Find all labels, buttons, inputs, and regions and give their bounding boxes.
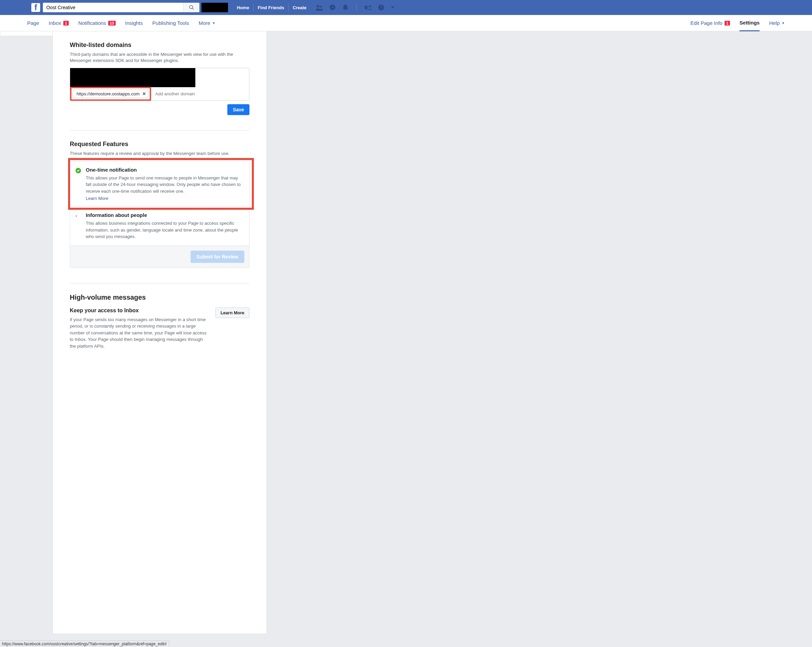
- notifications-icon[interactable]: [342, 4, 349, 11]
- remove-chip-icon[interactable]: ✕: [142, 91, 146, 96]
- inbox-badge: 1: [63, 21, 69, 26]
- status-bar-url: https://www.facebook.com/oostcreative/se…: [0, 641, 169, 647]
- domain-editor[interactable]: https://demostore.oostapps.com ✕: [70, 68, 249, 101]
- caret-down-icon: ▼: [212, 21, 215, 25]
- add-domain-input[interactable]: [153, 89, 247, 98]
- page-tabs-bar: Page Inbox 1 Notifications 13 Insights P…: [0, 15, 812, 31]
- feature-title: Information about people: [86, 212, 243, 218]
- search-field-wrap: [43, 3, 200, 12]
- svg-point-3: [319, 6, 322, 8]
- svg-line-1: [192, 8, 194, 9]
- find-friends-link[interactable]: Find Friends: [253, 3, 288, 12]
- high-volume-section: High-volume messages Keep your access to…: [53, 283, 267, 360]
- divider: [356, 4, 357, 11]
- search-icon: [189, 5, 194, 10]
- tabs-right: Edit Page Info 1 Settings Help ▼: [690, 15, 785, 31]
- home-link[interactable]: Home: [233, 3, 253, 12]
- highvol-row: Keep your access to Inbox If your Page s…: [70, 307, 249, 350]
- svg-point-2: [316, 5, 319, 8]
- redacted-block: [70, 68, 195, 87]
- learn-more-link[interactable]: Learn More: [86, 196, 108, 201]
- feature-title: One-time notification: [86, 167, 243, 173]
- tab-edit-label: Edit Page Info: [690, 20, 722, 26]
- tab-more-label: More: [199, 20, 210, 26]
- notifications-badge: 13: [108, 21, 116, 26]
- svg-point-5: [369, 5, 371, 7]
- highvol-subtitle: Keep your access to Inbox: [70, 307, 209, 314]
- highvol-title: High-volume messages: [70, 294, 249, 301]
- features-desc: These features require a review and appr…: [70, 150, 249, 157]
- tab-publishing-tools[interactable]: Publishing Tools: [153, 20, 189, 26]
- settings-main-panel: White-listed domains Third-party domains…: [52, 31, 267, 633]
- tab-insights[interactable]: Insights: [125, 20, 143, 26]
- edit-badge: 1: [725, 21, 730, 26]
- tab-help[interactable]: Help ▼: [769, 20, 785, 26]
- left-gutter: [0, 31, 48, 633]
- top-navbar: f Home Find Friends Create ?: [0, 0, 812, 15]
- quick-help-icon[interactable]: [364, 5, 372, 11]
- svg-point-0: [189, 5, 192, 9]
- top-icons: ?: [316, 4, 395, 11]
- chevron-right-icon: ›: [76, 213, 77, 218]
- whitelist-title: White-listed domains: [70, 41, 249, 49]
- domain-chip[interactable]: https://demostore.oostapps.com ✕: [72, 90, 149, 98]
- search-button[interactable]: [183, 3, 200, 12]
- spacer: [48, 31, 52, 633]
- tab-settings[interactable]: Settings: [740, 15, 760, 31]
- messenger-icon[interactable]: [329, 4, 336, 11]
- search-input[interactable]: [43, 3, 183, 12]
- top-links: Home Find Friends Create: [233, 3, 311, 12]
- save-row: Save: [70, 104, 249, 115]
- requested-features-section: Requested Features These features requir…: [53, 130, 267, 278]
- submit-row: Submit for Review: [70, 246, 249, 268]
- help-icon[interactable]: ?: [378, 4, 385, 11]
- create-link[interactable]: Create: [288, 3, 310, 12]
- account-dropdown-icon[interactable]: [391, 5, 395, 9]
- feature-list: One-time notification This allows your P…: [70, 161, 249, 268]
- highvol-desc: If your Page sends too many messages on …: [70, 317, 209, 350]
- redacted-block: [201, 3, 228, 12]
- whitelisted-domains-section: White-listed domains Third-party domains…: [53, 41, 267, 125]
- svg-rect-4: [365, 6, 366, 9]
- tab-notifications[interactable]: Notifications 13: [78, 20, 116, 26]
- facebook-logo[interactable]: f: [31, 3, 40, 12]
- whitelist-desc: Third-party domains that are accessible …: [70, 51, 249, 64]
- tabs-left: Page Inbox 1 Notifications 13 Insights P…: [27, 20, 215, 26]
- features-title: Requested Features: [70, 141, 249, 148]
- tab-notifications-label: Notifications: [78, 20, 106, 26]
- feature-desc: This allows your Page to send one messag…: [86, 175, 243, 195]
- highvol-text: Keep your access to Inbox If your Page s…: [70, 307, 209, 350]
- svg-text:?: ?: [380, 5, 382, 9]
- content-wrap: White-listed domains Third-party domains…: [48, 31, 812, 633]
- tab-inbox-label: Inbox: [49, 20, 61, 26]
- caret-down-icon: ▼: [782, 21, 785, 25]
- submit-for-review-button: Submit for Review: [191, 251, 244, 263]
- tab-inbox[interactable]: Inbox 1: [49, 20, 69, 26]
- domain-chip-label: https://demostore.oostapps.com: [76, 91, 139, 96]
- learn-more-button[interactable]: Learn More: [215, 307, 249, 318]
- tab-page[interactable]: Page: [27, 20, 39, 26]
- friends-icon[interactable]: [316, 4, 323, 11]
- tab-help-label: Help: [769, 20, 780, 26]
- tab-more[interactable]: More ▼: [199, 20, 215, 26]
- highlighted-domain-chip: https://demostore.oostapps.com ✕: [70, 87, 151, 101]
- feature-one-time-notification[interactable]: One-time notification This allows your P…: [70, 161, 249, 207]
- approved-check-icon: [76, 168, 81, 173]
- domain-chips-row: https://demostore.oostapps.com ✕: [70, 87, 249, 101]
- page-body: White-listed domains Third-party domains…: [0, 31, 812, 647]
- feature-info-about-people[interactable]: › Information about people This allows b…: [70, 206, 249, 246]
- save-button[interactable]: Save: [227, 104, 249, 115]
- tab-edit-page-info[interactable]: Edit Page Info 1: [690, 20, 730, 26]
- feature-desc: This allows business integrations connec…: [86, 220, 243, 240]
